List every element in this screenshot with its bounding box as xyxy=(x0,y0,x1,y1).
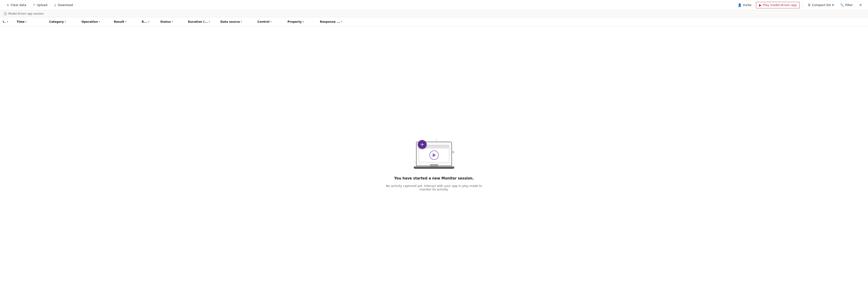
monitor-illustration: + | + / xyxy=(411,134,457,171)
chevron-down-icon: ▾ xyxy=(341,20,342,23)
col-category-label: Category xyxy=(49,20,64,23)
clear-data-button[interactable]: ✕ Clear data xyxy=(4,2,29,8)
empty-title: You have started a new Monitor session. xyxy=(394,176,474,181)
upload-icon: ↑ xyxy=(33,3,35,7)
chevron-down-icon: ▾ xyxy=(270,20,272,23)
play-triangle-icon xyxy=(433,153,436,157)
deco-plus-right: + xyxy=(452,150,455,154)
list-icon: ☰ xyxy=(808,3,811,7)
col-r-label: R... xyxy=(142,20,147,23)
empty-subtitle: No activity captured yet. Interact with … xyxy=(385,184,483,191)
chevron-down-icon: ▾ xyxy=(7,20,8,23)
col-header-control[interactable]: Control ▾ xyxy=(255,17,286,26)
col-operation-label: Operation xyxy=(82,20,98,23)
chevron-down-icon: ▾ xyxy=(125,20,126,23)
close-icon: ✕ xyxy=(6,3,9,7)
chevron-down-icon: ▾ xyxy=(172,20,173,23)
deco-slash-left: / xyxy=(414,161,415,163)
col-response-label: Response ... xyxy=(320,20,340,23)
laptop-stand xyxy=(430,164,438,166)
col-header-status[interactable]: Status ▾ xyxy=(158,17,186,26)
info-icon: i xyxy=(4,12,7,15)
filter-label: Filter xyxy=(845,3,853,7)
toolbar-right: 👤 Invite ▶ Play model-driven app ☰ Compa… xyxy=(735,1,864,9)
upload-label: Upload xyxy=(37,3,48,7)
compact-list-label: Compact list xyxy=(812,3,831,7)
person-icon: 👤 xyxy=(738,3,742,7)
play-model-driven-app-button[interactable]: ▶ Play model-driven app xyxy=(756,2,800,8)
col-header-duration[interactable]: Duration (... ▾ xyxy=(186,17,218,26)
download-icon: ↓ xyxy=(54,3,57,7)
play-circle xyxy=(429,151,439,160)
laptop-base xyxy=(414,166,454,169)
upload-button[interactable]: ↑ Upload xyxy=(30,2,50,8)
chevron-down-icon: ▾ xyxy=(26,20,27,23)
plus-circle-icon: + xyxy=(418,140,427,149)
empty-state: + | + / You have started a new Monitor s… xyxy=(0,26,868,298)
chevron-down-icon: ▾ xyxy=(99,20,100,23)
play-model-label: Play model-driven app xyxy=(763,3,797,7)
session-label: Model-driven app session xyxy=(8,12,44,15)
col-id-label: I.. xyxy=(3,20,6,23)
chevron-down-icon: ▾ xyxy=(65,20,66,23)
session-bar: i Model-driven app session xyxy=(0,10,868,17)
filter-button[interactable]: 🔍 Filter xyxy=(838,2,855,8)
filter-icon: 🔍 xyxy=(840,3,844,7)
col-header-id[interactable]: I.. ▾ xyxy=(1,17,15,26)
col-property-label: Property xyxy=(287,20,302,23)
toolbar: ✕ Clear data ↑ Upload ↓ Download 👤 Invit… xyxy=(0,0,868,10)
col-duration-label: Duration (... xyxy=(188,20,208,23)
deco-dash-top: | xyxy=(436,139,437,142)
col-time-label: Time xyxy=(17,20,25,23)
col-header-property[interactable]: Property ▾ xyxy=(286,17,318,26)
chevron-down-icon: ▾ xyxy=(303,20,304,23)
toolbar-left: ✕ Clear data ↑ Upload ↓ Download xyxy=(4,2,733,8)
chevron-down-icon: ▾ xyxy=(241,20,242,23)
invite-button[interactable]: 👤 Invite xyxy=(735,2,754,8)
col-datasource-label: Data source xyxy=(220,20,240,23)
invite-label: Invite xyxy=(743,3,751,7)
col-control-label: Control xyxy=(257,20,270,23)
close-x-icon: ✕ xyxy=(859,3,862,7)
download-button[interactable]: ↓ Download xyxy=(51,2,75,8)
play-icon: ▶ xyxy=(759,3,762,7)
clear-data-label: Clear data xyxy=(11,3,26,7)
col-header-r[interactable]: R... ▾ xyxy=(140,17,158,26)
download-label: Download xyxy=(58,3,73,7)
chevron-down-icon: ▾ xyxy=(209,20,210,23)
col-status-label: Status xyxy=(160,20,171,23)
chevron-down-icon: ▾ xyxy=(832,3,834,7)
col-result-label: Result xyxy=(114,20,124,23)
col-header-operation[interactable]: Operation ▾ xyxy=(80,17,112,26)
col-header-time[interactable]: Time ▾ xyxy=(15,17,47,26)
col-header-category[interactable]: Category ▾ xyxy=(47,17,80,26)
col-header-response[interactable]: Response ... ▾ xyxy=(318,17,355,26)
chevron-down-icon: ▾ xyxy=(148,20,149,23)
close-button[interactable]: ✕ xyxy=(857,1,864,9)
compact-list-button[interactable]: ☰ Compact list ▾ xyxy=(806,2,836,8)
col-header-result[interactable]: Result ▾ xyxy=(112,17,140,26)
column-headers: I.. ▾ Time ▾ Category ▾ Operation ▾ Resu… xyxy=(0,17,868,26)
col-header-datasource[interactable]: Data source ▾ xyxy=(218,17,255,26)
